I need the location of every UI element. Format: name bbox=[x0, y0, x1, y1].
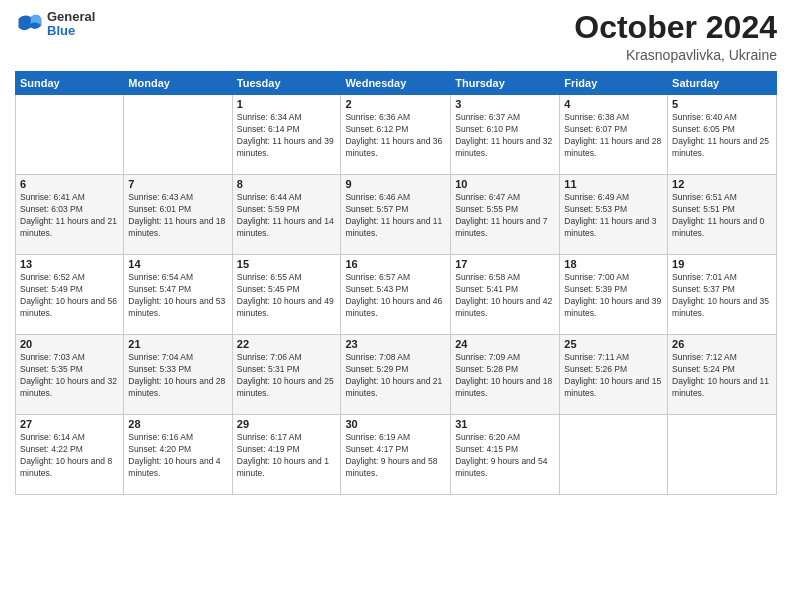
title-month: October 2024 bbox=[574, 10, 777, 45]
calendar-cell bbox=[124, 95, 232, 175]
day-info: Sunrise: 7:04 AMSunset: 5:33 PMDaylight:… bbox=[128, 352, 227, 400]
day-number: 1 bbox=[237, 98, 337, 110]
calendar-header-thursday: Thursday bbox=[451, 72, 560, 95]
day-number: 26 bbox=[672, 338, 772, 350]
calendar-header-monday: Monday bbox=[124, 72, 232, 95]
day-info: Sunrise: 6:34 AMSunset: 6:14 PMDaylight:… bbox=[237, 112, 337, 160]
calendar-cell: 1Sunrise: 6:34 AMSunset: 6:14 PMDaylight… bbox=[232, 95, 341, 175]
calendar-cell bbox=[668, 415, 777, 495]
calendar-cell: 21Sunrise: 7:04 AMSunset: 5:33 PMDayligh… bbox=[124, 335, 232, 415]
day-number: 27 bbox=[20, 418, 119, 430]
day-number: 14 bbox=[128, 258, 227, 270]
calendar-cell bbox=[16, 95, 124, 175]
day-info: Sunrise: 7:03 AMSunset: 5:35 PMDaylight:… bbox=[20, 352, 119, 400]
calendar-week-row: 20Sunrise: 7:03 AMSunset: 5:35 PMDayligh… bbox=[16, 335, 777, 415]
day-info: Sunrise: 7:00 AMSunset: 5:39 PMDaylight:… bbox=[564, 272, 663, 320]
day-number: 12 bbox=[672, 178, 772, 190]
calendar-cell: 17Sunrise: 6:58 AMSunset: 5:41 PMDayligh… bbox=[451, 255, 560, 335]
day-info: Sunrise: 6:36 AMSunset: 6:12 PMDaylight:… bbox=[345, 112, 446, 160]
calendar-cell: 16Sunrise: 6:57 AMSunset: 5:43 PMDayligh… bbox=[341, 255, 451, 335]
calendar-cell: 23Sunrise: 7:08 AMSunset: 5:29 PMDayligh… bbox=[341, 335, 451, 415]
day-info: Sunrise: 6:51 AMSunset: 5:51 PMDaylight:… bbox=[672, 192, 772, 240]
day-number: 16 bbox=[345, 258, 446, 270]
calendar-cell: 19Sunrise: 7:01 AMSunset: 5:37 PMDayligh… bbox=[668, 255, 777, 335]
day-number: 10 bbox=[455, 178, 555, 190]
day-info: Sunrise: 6:43 AMSunset: 6:01 PMDaylight:… bbox=[128, 192, 227, 240]
calendar-cell: 30Sunrise: 6:19 AMSunset: 4:17 PMDayligh… bbox=[341, 415, 451, 495]
day-number: 29 bbox=[237, 418, 337, 430]
day-info: Sunrise: 7:09 AMSunset: 5:28 PMDaylight:… bbox=[455, 352, 555, 400]
day-number: 20 bbox=[20, 338, 119, 350]
day-number: 23 bbox=[345, 338, 446, 350]
calendar-cell: 28Sunrise: 6:16 AMSunset: 4:20 PMDayligh… bbox=[124, 415, 232, 495]
calendar-cell: 10Sunrise: 6:47 AMSunset: 5:55 PMDayligh… bbox=[451, 175, 560, 255]
day-info: Sunrise: 6:16 AMSunset: 4:20 PMDaylight:… bbox=[128, 432, 227, 480]
calendar-cell: 20Sunrise: 7:03 AMSunset: 5:35 PMDayligh… bbox=[16, 335, 124, 415]
day-number: 13 bbox=[20, 258, 119, 270]
calendar-header-saturday: Saturday bbox=[668, 72, 777, 95]
calendar-cell: 26Sunrise: 7:12 AMSunset: 5:24 PMDayligh… bbox=[668, 335, 777, 415]
calendar-header-sunday: Sunday bbox=[16, 72, 124, 95]
calendar-cell: 12Sunrise: 6:51 AMSunset: 5:51 PMDayligh… bbox=[668, 175, 777, 255]
day-number: 30 bbox=[345, 418, 446, 430]
day-number: 25 bbox=[564, 338, 663, 350]
calendar-cell: 11Sunrise: 6:49 AMSunset: 5:53 PMDayligh… bbox=[560, 175, 668, 255]
calendar-cell: 29Sunrise: 6:17 AMSunset: 4:19 PMDayligh… bbox=[232, 415, 341, 495]
day-info: Sunrise: 6:19 AMSunset: 4:17 PMDaylight:… bbox=[345, 432, 446, 480]
day-number: 24 bbox=[455, 338, 555, 350]
day-info: Sunrise: 7:11 AMSunset: 5:26 PMDaylight:… bbox=[564, 352, 663, 400]
day-number: 19 bbox=[672, 258, 772, 270]
title-block: October 2024 Krasnopavlivka, Ukraine bbox=[574, 10, 777, 63]
calendar-cell: 4Sunrise: 6:38 AMSunset: 6:07 PMDaylight… bbox=[560, 95, 668, 175]
calendar-cell: 13Sunrise: 6:52 AMSunset: 5:49 PMDayligh… bbox=[16, 255, 124, 335]
day-number: 5 bbox=[672, 98, 772, 110]
day-info: Sunrise: 6:41 AMSunset: 6:03 PMDaylight:… bbox=[20, 192, 119, 240]
day-number: 22 bbox=[237, 338, 337, 350]
day-info: Sunrise: 6:37 AMSunset: 6:10 PMDaylight:… bbox=[455, 112, 555, 160]
day-number: 8 bbox=[237, 178, 337, 190]
day-info: Sunrise: 6:54 AMSunset: 5:47 PMDaylight:… bbox=[128, 272, 227, 320]
day-number: 2 bbox=[345, 98, 446, 110]
day-info: Sunrise: 6:17 AMSunset: 4:19 PMDaylight:… bbox=[237, 432, 337, 480]
day-info: Sunrise: 7:12 AMSunset: 5:24 PMDaylight:… bbox=[672, 352, 772, 400]
calendar-cell: 24Sunrise: 7:09 AMSunset: 5:28 PMDayligh… bbox=[451, 335, 560, 415]
day-number: 4 bbox=[564, 98, 663, 110]
calendar-cell: 7Sunrise: 6:43 AMSunset: 6:01 PMDaylight… bbox=[124, 175, 232, 255]
day-info: Sunrise: 6:40 AMSunset: 6:05 PMDaylight:… bbox=[672, 112, 772, 160]
calendar-cell: 5Sunrise: 6:40 AMSunset: 6:05 PMDaylight… bbox=[668, 95, 777, 175]
day-number: 9 bbox=[345, 178, 446, 190]
day-info: Sunrise: 6:52 AMSunset: 5:49 PMDaylight:… bbox=[20, 272, 119, 320]
day-number: 17 bbox=[455, 258, 555, 270]
logo: General Blue bbox=[15, 10, 95, 39]
day-info: Sunrise: 7:01 AMSunset: 5:37 PMDaylight:… bbox=[672, 272, 772, 320]
day-info: Sunrise: 7:06 AMSunset: 5:31 PMDaylight:… bbox=[237, 352, 337, 400]
day-number: 3 bbox=[455, 98, 555, 110]
day-number: 18 bbox=[564, 258, 663, 270]
calendar-cell: 6Sunrise: 6:41 AMSunset: 6:03 PMDaylight… bbox=[16, 175, 124, 255]
calendar-cell: 18Sunrise: 7:00 AMSunset: 5:39 PMDayligh… bbox=[560, 255, 668, 335]
day-info: Sunrise: 6:49 AMSunset: 5:53 PMDaylight:… bbox=[564, 192, 663, 240]
calendar-cell: 31Sunrise: 6:20 AMSunset: 4:15 PMDayligh… bbox=[451, 415, 560, 495]
day-info: Sunrise: 6:20 AMSunset: 4:15 PMDaylight:… bbox=[455, 432, 555, 480]
day-info: Sunrise: 6:58 AMSunset: 5:41 PMDaylight:… bbox=[455, 272, 555, 320]
day-info: Sunrise: 6:55 AMSunset: 5:45 PMDaylight:… bbox=[237, 272, 337, 320]
calendar-week-row: 27Sunrise: 6:14 AMSunset: 4:22 PMDayligh… bbox=[16, 415, 777, 495]
logo-text: General Blue bbox=[47, 10, 95, 39]
calendar-header-row: SundayMondayTuesdayWednesdayThursdayFrid… bbox=[16, 72, 777, 95]
logo-blue: Blue bbox=[47, 24, 95, 38]
day-info: Sunrise: 6:47 AMSunset: 5:55 PMDaylight:… bbox=[455, 192, 555, 240]
title-location: Krasnopavlivka, Ukraine bbox=[574, 47, 777, 63]
day-info: Sunrise: 6:57 AMSunset: 5:43 PMDaylight:… bbox=[345, 272, 446, 320]
calendar-week-row: 1Sunrise: 6:34 AMSunset: 6:14 PMDaylight… bbox=[16, 95, 777, 175]
calendar-header-friday: Friday bbox=[560, 72, 668, 95]
day-info: Sunrise: 6:44 AMSunset: 5:59 PMDaylight:… bbox=[237, 192, 337, 240]
day-number: 11 bbox=[564, 178, 663, 190]
calendar-cell: 9Sunrise: 6:46 AMSunset: 5:57 PMDaylight… bbox=[341, 175, 451, 255]
calendar-header-tuesday: Tuesday bbox=[232, 72, 341, 95]
page: General Blue October 2024 Krasnopavlivka… bbox=[0, 0, 792, 612]
calendar-week-row: 6Sunrise: 6:41 AMSunset: 6:03 PMDaylight… bbox=[16, 175, 777, 255]
logo-icon bbox=[15, 10, 43, 38]
day-number: 6 bbox=[20, 178, 119, 190]
calendar-header-wednesday: Wednesday bbox=[341, 72, 451, 95]
day-info: Sunrise: 6:14 AMSunset: 4:22 PMDaylight:… bbox=[20, 432, 119, 480]
